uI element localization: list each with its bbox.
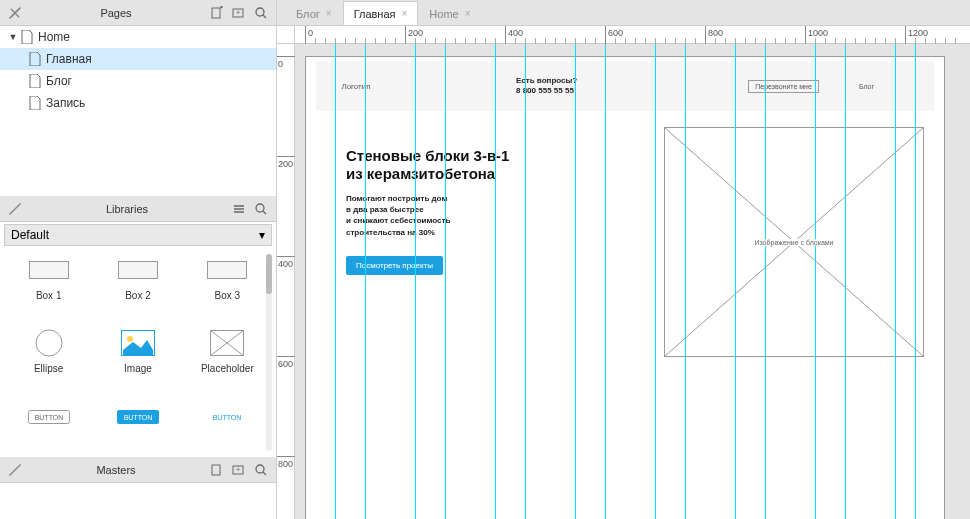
ruler-tick: 400	[277, 256, 295, 257]
ruler-tick: 800	[705, 26, 706, 44]
ruler-tick: 600	[605, 26, 606, 44]
svg-point-20	[256, 465, 264, 473]
guide-line[interactable]	[655, 44, 656, 519]
chevron-down-icon: ▾	[259, 228, 265, 242]
pages-tree: ▼ Home Главная Блог Запись	[0, 26, 276, 196]
ruler-tick: 0	[277, 56, 295, 57]
svg-point-10	[127, 336, 133, 342]
svg-point-8	[36, 330, 62, 356]
callback-button[interactable]: Перезвоните мне	[748, 80, 819, 93]
workspace: Блог× Главная× Home× 0200400600800100012…	[277, 0, 970, 519]
page-icon	[28, 74, 42, 88]
lib-item-image[interactable]: Image	[95, 327, 180, 392]
search-icon[interactable]	[252, 200, 270, 218]
ruler-tick: 0	[305, 26, 306, 44]
logo-placeholder: Логотип	[316, 82, 396, 91]
ruler-tick: 200	[405, 26, 406, 44]
add-master-icon[interactable]	[208, 461, 226, 479]
page-icon	[28, 52, 42, 66]
hero-cta-button[interactable]: Посмотреть проекты	[346, 256, 443, 275]
menu-icon[interactable]	[230, 200, 248, 218]
add-folder-icon[interactable]: +	[230, 4, 248, 22]
libraries-panel-header: Libraries	[0, 196, 276, 222]
close-icon[interactable]: ×	[465, 8, 471, 19]
guide-line[interactable]	[735, 44, 736, 519]
tree-item-label: Запись	[46, 96, 85, 110]
guide-line[interactable]	[685, 44, 686, 519]
tree-item[interactable]: Блог	[0, 70, 276, 92]
ruler-tick: 1000	[805, 26, 806, 44]
canvas[interactable]: Логотип Есть вопросы? 8 800 555 55 55 Пе…	[295, 44, 970, 519]
tree-root-label: Home	[38, 30, 70, 44]
caret-icon[interactable]: ▼	[6, 32, 20, 42]
artboard-header: Логотип Есть вопросы? 8 800 555 55 55 Пе…	[316, 61, 934, 111]
svg-rect-5	[29, 262, 68, 279]
library-select[interactable]: Default ▾	[4, 224, 272, 246]
svg-text:+: +	[236, 8, 241, 17]
add-folder-icon[interactable]: +	[230, 461, 248, 479]
guide-line[interactable]	[575, 44, 576, 519]
lib-item-button-link[interactable]: BUTTON	[185, 401, 270, 451]
artboard[interactable]: Логотип Есть вопросы? 8 800 555 55 55 Пе…	[305, 56, 945, 519]
hero-section: Стеновые блоки 3-в-1из керамзитобетона П…	[346, 147, 576, 275]
add-page-icon[interactable]	[208, 4, 226, 22]
library-scrollbar[interactable]	[266, 254, 272, 451]
lib-item-box1[interactable]: Box 1	[6, 254, 91, 319]
guide-line[interactable]	[605, 44, 606, 519]
svg-text:BUTTON: BUTTON	[34, 414, 63, 421]
ruler-vertical[interactable]: 0200400600800	[277, 44, 295, 519]
svg-point-3	[256, 8, 264, 16]
ruler-tick: 1200	[905, 26, 906, 44]
guide-line[interactable]	[365, 44, 366, 519]
guide-line[interactable]	[415, 44, 416, 519]
lib-item-ellipse[interactable]: Ellipse	[6, 327, 91, 392]
masters-panel-title: Masters	[24, 464, 208, 476]
tree-item-label: Блог	[46, 74, 72, 88]
tree-item[interactable]: Запись	[0, 92, 276, 114]
search-icon[interactable]	[252, 461, 270, 479]
close-icon[interactable]: ×	[326, 8, 332, 19]
tree-item[interactable]: Главная	[0, 48, 276, 70]
guide-line[interactable]	[525, 44, 526, 519]
ruler-horizontal[interactable]: 020040060080010001200	[295, 26, 970, 44]
tree-root[interactable]: ▼ Home	[0, 26, 276, 48]
collapse-icon[interactable]	[6, 4, 24, 22]
nav-link-blog[interactable]: Блог	[859, 83, 874, 90]
tab-main[interactable]: Главная×	[343, 1, 419, 25]
ruler-tick: 600	[277, 356, 295, 357]
ruler-corner	[277, 26, 295, 44]
guide-line[interactable]	[495, 44, 496, 519]
guide-line[interactable]	[765, 44, 766, 519]
guide-line[interactable]	[815, 44, 816, 519]
search-icon[interactable]	[252, 4, 270, 22]
lib-item-box3[interactable]: Box 3	[185, 254, 270, 319]
tab-blog[interactable]: Блог×	[285, 1, 343, 25]
svg-rect-0	[212, 8, 220, 18]
hero-title: Стеновые блоки 3-в-1из керамзитобетона	[346, 147, 576, 183]
guide-line[interactable]	[335, 44, 336, 519]
lib-item-button-primary[interactable]: BUTTON	[95, 401, 180, 451]
collapse-icon[interactable]	[6, 461, 24, 479]
hero-image-placeholder[interactable]: Изображение с блоками	[664, 127, 924, 357]
guide-line[interactable]	[915, 44, 916, 519]
sidebar: Pages + ▼ Home Главная Блог	[0, 0, 277, 519]
hero-subtitle: Помогают построить дом в два раза быстре…	[346, 193, 576, 238]
lib-item-box2[interactable]: Box 2	[95, 254, 180, 319]
guide-line[interactable]	[895, 44, 896, 519]
guide-line[interactable]	[845, 44, 846, 519]
pages-panel-header: Pages +	[0, 0, 276, 26]
svg-text:BUTTON: BUTTON	[124, 414, 153, 421]
svg-text:+: +	[236, 465, 241, 474]
ruler-tick: 200	[277, 156, 295, 157]
close-icon[interactable]: ×	[402, 8, 408, 19]
svg-rect-6	[118, 262, 157, 279]
svg-rect-17	[212, 465, 220, 475]
masters-body	[0, 483, 276, 519]
guide-line[interactable]	[445, 44, 446, 519]
pages-panel-title: Pages	[24, 7, 208, 19]
lib-item-button[interactable]: BUTTON	[6, 401, 91, 451]
libraries-panel-title: Libraries	[24, 203, 230, 215]
tab-home[interactable]: Home×	[418, 1, 481, 25]
lib-item-placeholder[interactable]: Placeholder	[185, 327, 270, 392]
collapse-icon[interactable]	[6, 200, 24, 218]
